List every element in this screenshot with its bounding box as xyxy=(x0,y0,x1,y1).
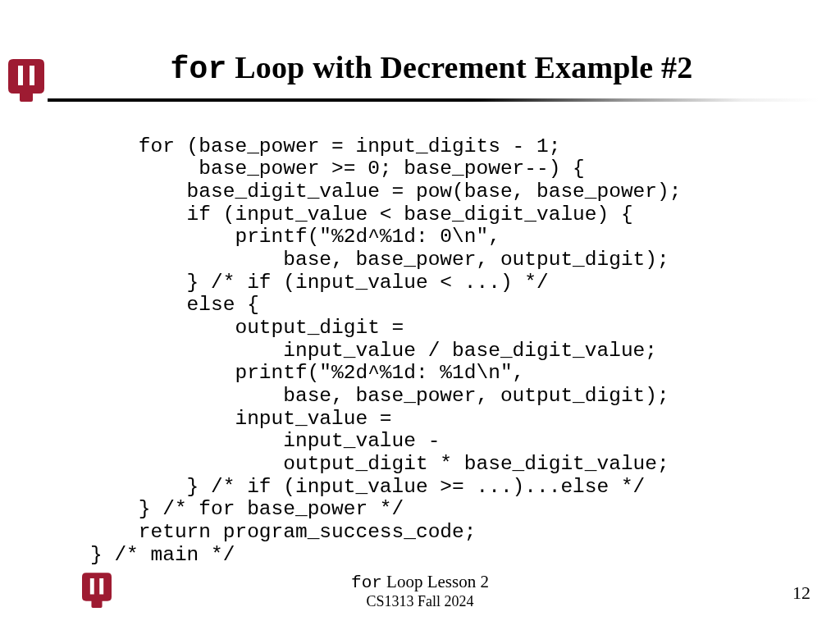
slide-title: for Loop with Decrement Example #2 xyxy=(48,49,815,95)
slide: for Loop with Decrement Example #2 for (… xyxy=(0,0,840,630)
title-mono: for xyxy=(170,52,226,87)
title-rule xyxy=(48,98,819,102)
title-heading: for Loop with Decrement Example #2 xyxy=(48,49,815,87)
ou-logo-icon xyxy=(8,56,44,102)
footer-mono: for xyxy=(351,573,382,592)
title-rest: Loop with Decrement Example #2 xyxy=(226,50,692,84)
code-block: for (base_power = input_digits - 1; base… xyxy=(90,135,681,567)
page-number: 12 xyxy=(792,582,810,604)
footer-center: for Loop Lesson 2 CS1313 Fall 2024 xyxy=(0,573,840,610)
footer-sub: CS1313 Fall 2024 xyxy=(0,594,840,610)
footer-rest: Loop Lesson 2 xyxy=(382,572,489,591)
